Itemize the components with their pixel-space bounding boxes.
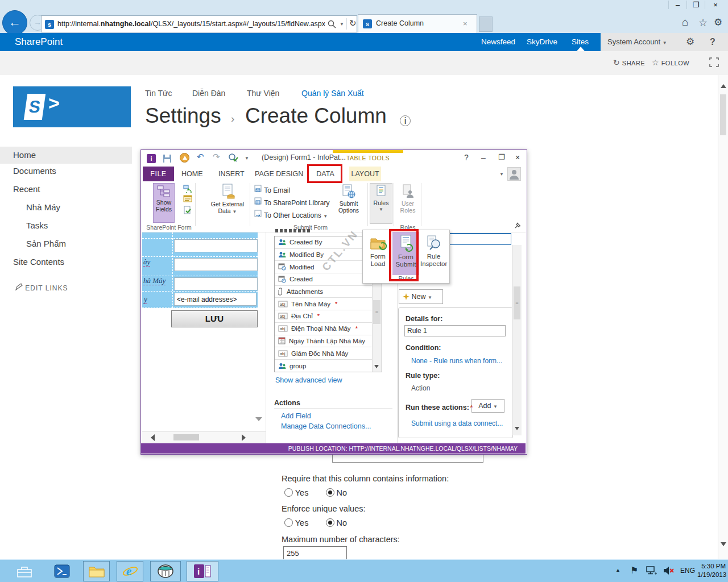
infopath-minimize-icon[interactable]: – xyxy=(481,153,486,162)
account-menu[interactable]: System Account ▼ xyxy=(607,33,667,52)
address-bar[interactable]: s http://internal.nhatnghe.local/QLSX/_l… xyxy=(41,15,357,32)
field-row[interactable]: ab|Giám Đốc Nhà Máy xyxy=(275,347,382,360)
new-rule-button[interactable]: New ▼ xyxy=(399,289,443,304)
save-button-luu[interactable]: LƯU xyxy=(171,310,258,327)
home-icon[interactable]: ⌂ xyxy=(682,16,688,28)
window-close-button[interactable]: × xyxy=(705,1,726,9)
save-icon[interactable] xyxy=(163,154,172,163)
show-fields-button[interactable]: Show Fields xyxy=(153,183,175,223)
nav-thu-vien[interactable]: Thư Viện xyxy=(247,89,279,98)
date-card-icon[interactable] xyxy=(183,195,192,204)
tray-expand-icon[interactable]: ▲ xyxy=(615,567,621,573)
to-email-button[interactable]: To Email xyxy=(254,185,290,194)
tab-home[interactable]: HOME xyxy=(181,167,203,181)
sidebar-item-recent[interactable]: Recent xyxy=(13,184,40,194)
tray-clock[interactable]: 5:30 PM 1/19/2013 xyxy=(697,562,726,579)
window-restore-button[interactable]: ❐ xyxy=(686,1,705,9)
menu-item-rule-inspector[interactable]: Rule Inspector xyxy=(420,232,447,275)
field-row[interactable]: Ngày Thành Lập Nhà Máy xyxy=(275,335,382,348)
tab-insert[interactable]: INSERT xyxy=(218,167,245,181)
url-text[interactable]: http://internal.nhatnghe.local/QLSX/_lay… xyxy=(57,16,325,32)
taskbar-powershell-button[interactable] xyxy=(49,561,75,581)
back-button[interactable]: ← xyxy=(2,10,27,35)
field-row[interactable]: ab|Tên Nhà Máy* xyxy=(275,298,382,310)
form-canvas[interactable]: <e-mail addresses> ày hà Máy y xyxy=(142,232,258,308)
scroll-right-icon[interactable] xyxy=(242,434,246,441)
follow-button[interactable]: ☆ FOLLOW xyxy=(652,58,689,67)
taskbar-app-button[interactable] xyxy=(150,561,181,581)
text-field-control[interactable] xyxy=(174,277,258,290)
favorites-star-icon[interactable]: ☆ xyxy=(698,16,708,29)
volume-muted-icon[interactable] xyxy=(663,566,675,576)
share-button[interactable]: ↻ SHARE xyxy=(613,58,645,67)
new-tab-button[interactable] xyxy=(479,16,493,32)
sidebar-item-nha-may[interactable]: Nhà Máy xyxy=(26,202,60,212)
suite-link-newsfeed[interactable]: Newsfeed xyxy=(481,33,515,51)
account-avatar[interactable] xyxy=(507,167,521,181)
unique-no-radio[interactable] xyxy=(326,518,334,527)
tab-layout[interactable]: LAYOUT xyxy=(349,167,381,181)
canvas-hscrollbar[interactable] xyxy=(142,431,266,443)
redo-icon[interactable]: ↷ xyxy=(213,152,220,162)
taskbar-ie-button[interactable]: e xyxy=(117,561,143,581)
nav-tin-tuc[interactable]: Tin Tức xyxy=(145,89,172,98)
sidebar-item-site-contents[interactable]: Site Contents xyxy=(13,257,64,267)
browser-tab[interactable]: s Create Column × xyxy=(358,14,477,33)
sidebar-item-san-pham[interactable]: Sản Phẩm xyxy=(26,239,66,248)
preview-icon[interactable] xyxy=(180,153,189,163)
rule-name-input[interactable]: Rule 1 xyxy=(404,325,506,336)
help-icon[interactable]: ? xyxy=(710,33,715,51)
infopath-help-icon[interactable]: ? xyxy=(464,153,469,162)
text-field-control[interactable] xyxy=(174,239,258,252)
info-icon[interactable]: i xyxy=(400,115,411,126)
taskbar-explorer-button[interactable] xyxy=(83,561,110,581)
nav-dien-dan[interactable]: Diễn Đàn xyxy=(192,89,225,98)
suite-link-skydrive[interactable]: SkyDrive xyxy=(527,33,557,51)
menu-item-form-load[interactable]: Form Load xyxy=(365,232,391,275)
submit-data-connection-link[interactable]: Submit using a data connect... xyxy=(411,419,503,427)
scroll-down-icon[interactable] xyxy=(721,542,726,546)
unique-yes-radio[interactable] xyxy=(284,518,293,527)
show-advanced-view-link[interactable]: Show advanced view xyxy=(275,376,342,384)
rules-button[interactable]: Rules ▼ xyxy=(370,183,392,224)
to-sharepoint-library-button[interactable]: To SharePoint Library xyxy=(254,197,330,207)
tab-file[interactable]: FILE xyxy=(143,167,174,181)
add-action-button[interactable]: Add ▼ xyxy=(471,399,504,413)
to-other-locations-button[interactable]: To Other Locations ▼ xyxy=(254,210,328,219)
sidebar-item-documents[interactable]: Documents xyxy=(13,166,56,176)
rules-scroll-thumb[interactable]: ≡ xyxy=(514,286,520,319)
qat-dropdown-icon[interactable]: ▼ xyxy=(245,156,249,161)
settings-gear-icon[interactable]: ⚙ xyxy=(714,16,722,28)
hscroll-thumb[interactable] xyxy=(173,434,199,440)
infopath-restore-icon[interactable]: ❐ xyxy=(498,153,505,161)
refresh-fields-icon[interactable] xyxy=(183,184,192,193)
canvas-scroll-down-icon[interactable] xyxy=(255,417,262,421)
ribbon-options-icon[interactable]: ▼ xyxy=(499,172,504,177)
design-checker-icon[interactable] xyxy=(228,153,238,163)
page-title-settings[interactable]: Settings xyxy=(145,104,221,128)
text-field-control[interactable] xyxy=(174,258,258,271)
scroll-down-icon[interactable] xyxy=(374,365,379,368)
network-icon[interactable] xyxy=(646,566,657,576)
sidebar-item-home[interactable]: Home xyxy=(0,147,132,164)
check-doc-icon[interactable] xyxy=(183,206,192,215)
undo-icon[interactable]: ↶ xyxy=(197,152,204,162)
site-logo[interactable]: S > xyxy=(13,86,131,127)
gear-icon[interactable]: ⚙ xyxy=(686,33,694,51)
field-row[interactable]: Attachments xyxy=(275,286,382,298)
nav-quan-ly-san-xuat[interactable]: Quản lý Sản Xuất xyxy=(301,89,364,98)
require-yes-radio[interactable] xyxy=(284,488,293,497)
taskbar-server-manager-button[interactable] xyxy=(11,561,38,581)
tab-close-icon[interactable]: × xyxy=(463,15,468,32)
scroll-thumb[interactable] xyxy=(720,94,726,135)
fields-scroll-thumb[interactable]: ≡ xyxy=(373,300,380,324)
rules-pane-scrollbar[interactable]: ≡ xyxy=(512,245,522,435)
field-row[interactable]: ab|Địa Chỉ* xyxy=(275,310,382,323)
manage-data-connections-link[interactable]: Manage Data Connections... xyxy=(281,422,371,430)
search-icon[interactable] xyxy=(328,20,336,28)
email-field-control[interactable]: <e-mail addresses> xyxy=(174,293,257,306)
page-scrollbar[interactable] xyxy=(718,75,728,559)
tab-page-design[interactable]: PAGE DESIGN xyxy=(255,167,303,181)
scroll-down-icon[interactable] xyxy=(515,427,519,430)
condition-link[interactable]: None - Rule runs when form... xyxy=(411,357,502,365)
